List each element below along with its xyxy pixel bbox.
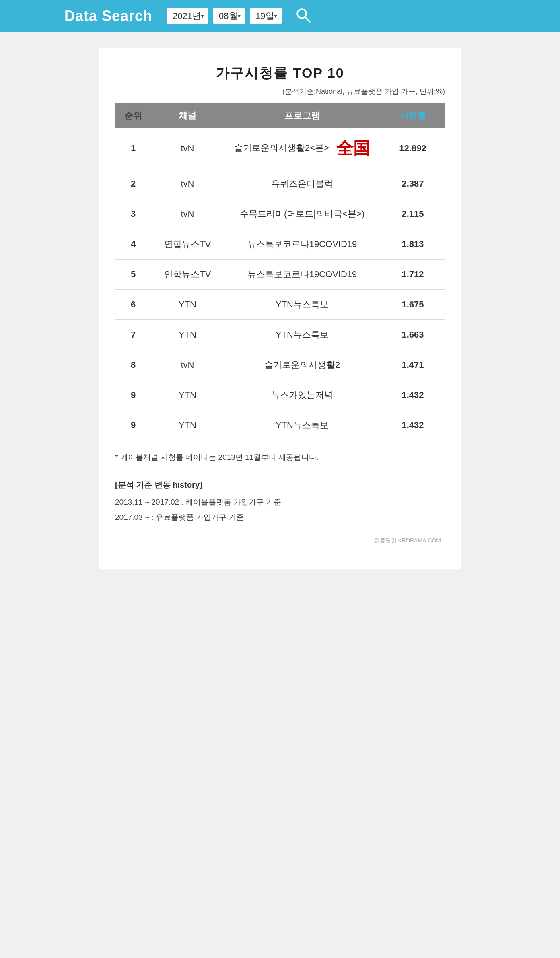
cell-rank: 3 [115,199,151,229]
year-dropdown-wrapper: 2021년 [167,8,208,24]
cell-channel: YTN [151,410,224,441]
footnote-text: * 케이블채널 시청률 데이터는 2013년 11월부터 제공됩니다. [115,451,445,464]
cell-channel: 연합뉴스TV [151,260,224,290]
history-section: [분석 기준 변동 history] 2013.11 ~ 2017.02 : 케… [115,480,445,525]
table-row: 3 tvN 수목드라마(더로드|의비극<본>) 2.115 [115,199,445,229]
cell-rating: 1.813 [381,229,445,260]
section-title: 가구시청률 TOP 10 [115,64,445,82]
cell-rating: 2.387 [381,169,445,199]
month-dropdown[interactable]: 08월 [213,8,245,24]
cell-channel: tvN [151,199,224,229]
history-item: 2017.03 ~ : 유료플랫폼 가입가구 기준 [115,510,445,525]
cell-program: 수목드라마(더로드|의비극<본>) [224,199,381,229]
col-rating: 시청률 [381,103,445,128]
cell-rank: 1 [115,128,151,169]
cell-rank: 9 [115,380,151,410]
day-dropdown[interactable]: 19일 [250,8,282,24]
cell-rank: 9 [115,410,151,441]
table-row: 7 YTN YTN뉴스특보 1.663 [115,320,445,350]
cell-channel: 연합뉴스TV [151,229,224,260]
table-row: 8 tvN 슬기로운의사생활2 1.471 [115,350,445,380]
year-dropdown[interactable]: 2021년 [167,8,208,24]
month-dropdown-wrapper: 08월 [213,8,245,24]
cell-program: 유퀴즈온더블럭 [224,169,381,199]
cell-rank: 7 [115,320,151,350]
cell-rank: 4 [115,229,151,260]
section-subtitle: (분석기준:National, 유료플랫폼 가입 가구, 단위:%) [115,87,445,96]
table-row: 9 YTN YTN뉴스특보 1.432 [115,410,445,441]
cell-rank: 8 [115,350,151,380]
cell-program: YTN뉴스특보 [224,410,381,441]
cell-program: 뉴스특보코로나19COVID19 [224,260,381,290]
china-badge: 全国 [336,139,370,158]
app-title: Data Search [64,8,152,25]
history-item: 2013.11 ~ 2017.02 : 케이블플랫폼 가입가구 기준 [115,494,445,510]
cell-rating: 1.675 [381,290,445,320]
table-row: 2 tvN 유퀴즈온더블럭 2.387 [115,169,445,199]
cell-program: YTN뉴스특보 [224,290,381,320]
cell-rank: 5 [115,260,151,290]
table-row: 1 tvN 슬기로운의사생활2<본> 全国 12.892 [115,128,445,169]
cell-rating: 12.892 [381,128,445,169]
col-rank: 순위 [115,103,151,128]
date-filter-group: 2021년 08월 19일 [167,8,282,24]
cell-program: 슬기로운의사생활2 [224,350,381,380]
header-bar: Data Search 2021년 08월 19일 [0,0,560,32]
search-icon [295,7,311,23]
cell-program: 슬기로운의사생활2<본> 全国 [224,128,381,169]
table-header-row: 순위 채널 프로그램 시청률 [115,103,445,128]
cell-program: 뉴스가있는저녁 [224,380,381,410]
table-row: 4 연합뉴스TV 뉴스특보코로나19COVID19 1.813 [115,229,445,260]
cell-rank: 6 [115,290,151,320]
cell-channel: tvN [151,169,224,199]
search-button[interactable] [295,7,311,25]
main-content: 가구시청률 TOP 10 (분석기준:National, 유료플랫폼 가입 가구… [99,48,461,569]
table-row: 5 연합뉴스TV 뉴스특보코로나19COVID19 1.712 [115,260,445,290]
history-items: 2013.11 ~ 2017.02 : 케이블플랫폼 가입가구 기준2017.0… [115,494,445,525]
cell-program: YTN뉴스특보 [224,320,381,350]
ratings-table: 순위 채널 프로그램 시청률 1 tvN 슬기로운의사생활2<본> 全国 12.… [115,103,445,440]
cell-channel: YTN [151,290,224,320]
site-credit: 한류닷컴 KRDRAMA.COM [115,537,445,544]
history-title: [분석 기준 변동 history] [115,480,445,490]
cell-channel: tvN [151,128,224,169]
col-program: 프로그램 [224,103,381,128]
cell-rating: 1.432 [381,410,445,441]
cell-channel: tvN [151,350,224,380]
svg-line-1 [305,17,310,22]
table-row: 9 YTN 뉴스가있는저녁 1.432 [115,380,445,410]
cell-rating: 2.115 [381,199,445,229]
cell-rating: 1.712 [381,260,445,290]
cell-channel: YTN [151,380,224,410]
cell-rating: 1.663 [381,320,445,350]
cell-rating: 1.471 [381,350,445,380]
cell-channel: YTN [151,320,224,350]
cell-program: 뉴스특보코로나19COVID19 [224,229,381,260]
cell-rank: 2 [115,169,151,199]
cell-rating: 1.432 [381,380,445,410]
table-row: 6 YTN YTN뉴스특보 1.675 [115,290,445,320]
col-channel: 채널 [151,103,224,128]
day-dropdown-wrapper: 19일 [250,8,282,24]
